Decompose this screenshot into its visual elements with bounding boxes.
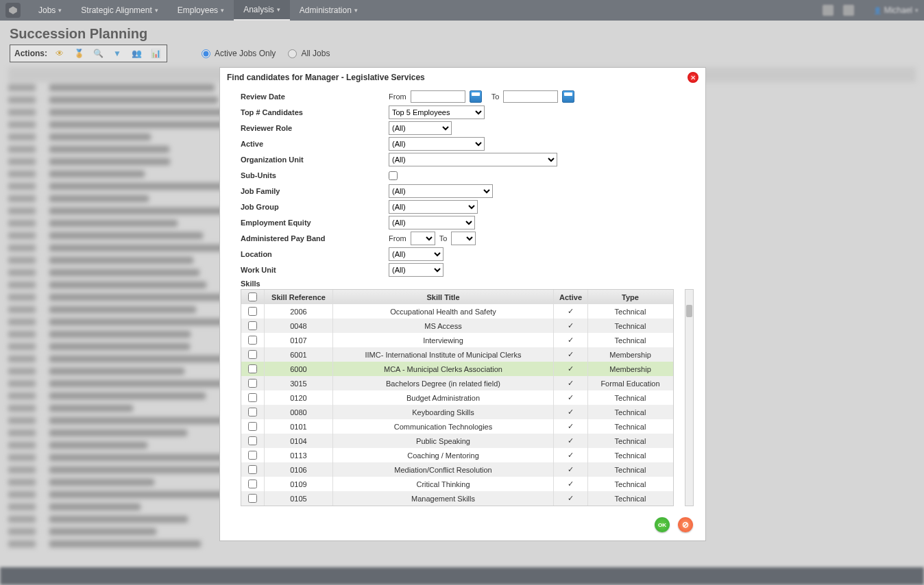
- skill-title: Occupational Health and Safety: [333, 304, 554, 319]
- skill-row-checkbox[interactable]: [248, 364, 257, 373]
- skill-row-checkbox[interactable]: [248, 494, 257, 503]
- table-row[interactable]: 0105Management Skills✓Technical: [241, 491, 673, 506]
- nav-employees-label: Employees: [178, 5, 218, 15]
- table-row[interactable]: 2006Occupational Health and Safety✓Techn…: [241, 304, 673, 319]
- chevron-down-icon: ▾: [155, 7, 158, 14]
- skill-reference: 0080: [265, 405, 333, 419]
- col-skill-reference[interactable]: Skill Reference: [265, 290, 333, 304]
- award-icon[interactable]: 🏅: [72, 47, 86, 60]
- skill-title: Bachelors Degree (in related field): [333, 376, 554, 390]
- nav-strategic-label: Strategic Alignment: [81, 5, 151, 15]
- sub-units-checkbox[interactable]: [389, 171, 398, 180]
- skill-title: MS Access: [333, 319, 554, 333]
- cancel-button[interactable]: ⊘: [678, 517, 693, 532]
- nav-analysis[interactable]: Analysis▾: [234, 0, 290, 21]
- skill-row-checkbox[interactable]: [248, 307, 257, 316]
- radio-all-jobs[interactable]: All Jobs: [288, 49, 330, 58]
- skill-row-checkbox[interactable]: [248, 408, 257, 416]
- nav-jobs[interactable]: Jobs▾: [29, 0, 71, 21]
- col-active[interactable]: Active: [554, 290, 588, 304]
- table-row[interactable]: 6001IIMC- International Institute of Mun…: [241, 347, 673, 362]
- skill-reference: 0048: [265, 319, 333, 333]
- chevron-down-icon: ▾: [915, 7, 919, 14]
- skill-row-checkbox[interactable]: [248, 393, 257, 402]
- calendar-icon[interactable]: [562, 90, 574, 103]
- radio-active-jobs[interactable]: Active Jobs Only: [202, 49, 276, 58]
- table-row[interactable]: 0101Communication Technologies✓Technical: [241, 419, 673, 434]
- search-icon[interactable]: 🔍: [91, 47, 105, 60]
- skill-type: Technical: [588, 434, 672, 448]
- close-icon[interactable]: ✕: [688, 72, 698, 83]
- skill-reference: 0105: [265, 491, 333, 506]
- calendar-icon[interactable]: [470, 90, 482, 103]
- active-select[interactable]: (All): [389, 137, 485, 151]
- review-date-to-input[interactable]: [503, 90, 558, 103]
- topnav-right-icons: 👤Michael▾: [823, 5, 919, 16]
- review-date-from-input[interactable]: [411, 90, 465, 103]
- skill-type: Technical: [588, 477, 672, 491]
- col-skill-title[interactable]: Skill Title: [333, 290, 554, 304]
- radio-active-jobs-input[interactable]: [202, 49, 210, 58]
- dialog-body: Review Date From To Top # Candidates Top…: [220, 87, 705, 512]
- nav-administration[interactable]: Administration▾: [290, 0, 367, 21]
- table-row[interactable]: 0113Coaching / Mentoring✓Technical: [241, 448, 673, 462]
- globe-icon[interactable]: [843, 5, 854, 16]
- skill-reference: 0101: [265, 419, 333, 434]
- skill-active: ✓: [554, 448, 588, 462]
- skills-scrollbar[interactable]: [685, 289, 694, 506]
- eye-icon[interactable]: 👁: [53, 47, 66, 60]
- radio-active-label: Active Jobs Only: [215, 49, 276, 58]
- emp-equity-select[interactable]: (All): [389, 216, 475, 229]
- table-row[interactable]: 0120Budget Administration✓Technical: [241, 390, 673, 405]
- job-group-select[interactable]: (All): [389, 200, 478, 214]
- location-select[interactable]: (All): [389, 247, 443, 261]
- reviewer-role-select[interactable]: (All): [389, 121, 452, 135]
- skill-row-checkbox[interactable]: [248, 465, 257, 474]
- table-row[interactable]: 0109Critical Thinking✓Technical: [241, 477, 673, 491]
- user-menu[interactable]: 👤Michael▾: [873, 5, 919, 15]
- table-row[interactable]: 0048MS Access✓Technical: [241, 319, 673, 333]
- skill-row-checkbox[interactable]: [248, 422, 257, 431]
- label-top-candidates: Top # Candidates: [241, 108, 389, 116]
- top-candidates-select[interactable]: Top 5 Employees: [389, 105, 485, 119]
- skill-active: ✓: [554, 333, 588, 347]
- skill-type: Formal Education: [588, 376, 672, 390]
- chart-icon[interactable]: 📊: [149, 47, 162, 60]
- table-row[interactable]: 0107Interviewing✓Technical: [241, 333, 673, 347]
- ok-button[interactable]: OK: [655, 517, 670, 532]
- skill-row-checkbox[interactable]: [248, 350, 257, 359]
- skill-row-checkbox[interactable]: [248, 436, 257, 445]
- skill-row-checkbox[interactable]: [248, 379, 257, 388]
- people-icon[interactable]: 👥: [130, 47, 143, 60]
- skill-row-checkbox[interactable]: [248, 480, 257, 488]
- job-family-select[interactable]: (All): [389, 184, 493, 198]
- actions-bar: Actions: 👁 🏅 🔍 ▼ 👥 📊 Active Jobs Only Al…: [10, 45, 914, 62]
- pay-band-to-select[interactable]: [451, 232, 476, 245]
- nav-strategic-alignment[interactable]: Strategic Alignment▾: [71, 0, 167, 21]
- skill-reference: 0109: [265, 477, 333, 491]
- scrollbar-thumb[interactable]: [686, 305, 692, 317]
- table-row[interactable]: 3015Bachelors Degree (in related field)✓…: [241, 376, 673, 390]
- table-row[interactable]: 0080Keyboarding Skills✓Technical: [241, 405, 673, 419]
- col-type[interactable]: Type: [588, 290, 672, 304]
- nav-analysis-label: Analysis: [243, 5, 274, 14]
- work-unit-select[interactable]: (All): [389, 263, 443, 277]
- skill-type: Technical: [588, 333, 672, 347]
- dashboard-icon[interactable]: [823, 5, 834, 16]
- label-org-unit: Organization Unit: [241, 155, 389, 164]
- nav-employees[interactable]: Employees▾: [168, 0, 234, 21]
- table-row[interactable]: 6000MCA - Municipal Clerks Association✓M…: [241, 362, 673, 376]
- skill-row-checkbox[interactable]: [248, 321, 257, 330]
- skills-select-all-checkbox[interactable]: [248, 292, 257, 301]
- radio-all-jobs-input[interactable]: [288, 49, 297, 58]
- table-row[interactable]: 0104Public Speaking✓Technical: [241, 434, 673, 448]
- filter-icon[interactable]: ▼: [110, 47, 124, 60]
- skill-row-checkbox[interactable]: [248, 451, 257, 460]
- skill-active: ✓: [554, 362, 588, 376]
- org-unit-select[interactable]: (All): [389, 153, 557, 166]
- label-reviewer-role: Reviewer Role: [241, 124, 389, 132]
- table-row[interactable]: 0106Mediation/Conflict Resolution✓Techni…: [241, 462, 673, 477]
- pay-band-from-select[interactable]: [411, 232, 435, 245]
- skill-row-checkbox[interactable]: [248, 336, 257, 345]
- skill-active: ✓: [554, 462, 588, 477]
